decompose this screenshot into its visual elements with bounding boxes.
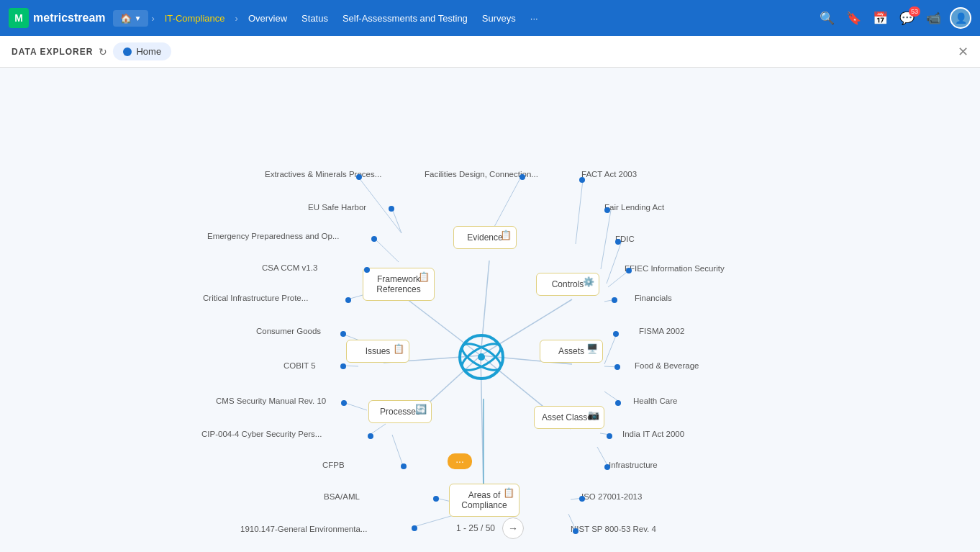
leaf-1910[interactable]: 1910.147-General Environmenta...: [240, 525, 367, 533]
top-navigation: M metricstream 🏠 ▼ › IT-Compliance › Ove…: [0, 0, 980, 36]
leaf-bsa-aml[interactable]: BSA/AML: [324, 492, 360, 501]
svg-line-22: [576, 180, 583, 244]
home-icon: 🏠: [120, 13, 132, 24]
framework-icon: 📋: [418, 271, 430, 282]
leaf-cobit-dot: [340, 363, 346, 369]
leaf-facilities-dot: [520, 174, 525, 180]
bookmark-button[interactable]: 🔖: [843, 8, 864, 29]
svg-line-23: [601, 210, 611, 269]
subheader: DATA EXPLORER ↻ Home ✕: [0, 36, 980, 68]
graph-lines: [0, 68, 980, 552]
leaf-infrastructure[interactable]: Infrastructure: [609, 461, 658, 469]
leaf-fact-act[interactable]: FACT Act 2003: [581, 170, 637, 178]
svg-line-24: [607, 241, 622, 284]
breadcrumb-it-compliance[interactable]: IT-Compliance: [158, 10, 232, 27]
leaf-ffiec[interactable]: FFIEC Information Security: [625, 264, 725, 273]
pagination: 1 - 25 / 50 →: [456, 517, 524, 539]
evidence-icon: 📋: [500, 230, 512, 240]
nav-more[interactable]: ···: [523, 10, 545, 27]
calendar-button[interactable]: 📅: [870, 8, 891, 29]
leaf-food-dot: [614, 364, 620, 370]
leaf-consumer-goods[interactable]: Consumer Goods: [256, 327, 321, 335]
svg-line-31: [597, 447, 608, 466]
leaf-fisma[interactable]: FISMA 2002: [639, 327, 684, 335]
nav-self-assessments[interactable]: Self-Assessments and Testing: [335, 10, 475, 27]
processes-node[interactable]: 🔄 Processes: [368, 400, 432, 423]
leaf-fdic-dot: [615, 239, 621, 245]
leaf-bsa-aml-dot: [433, 496, 439, 502]
leaf-cfpb[interactable]: CFPB: [322, 461, 345, 469]
leaf-fair-lending-dot: [604, 207, 610, 213]
leaf-csa[interactable]: CSA CCM v1.3: [262, 263, 317, 272]
issues-icon: 📋: [393, 343, 404, 354]
leaf-iso[interactable]: ISO 27001-2013: [581, 492, 642, 501]
leaf-cms-dot: [341, 400, 347, 406]
leaf-csa-dot: [364, 267, 370, 273]
close-button[interactable]: ✕: [958, 44, 968, 60]
leaf-extractives[interactable]: Extractives & Minerals Proces...: [265, 170, 381, 178]
search-button[interactable]: 🔍: [817, 8, 838, 29]
leaf-cip-dot: [368, 433, 373, 439]
nav-status[interactable]: Status: [294, 10, 335, 27]
leaf-health-care[interactable]: Health Care: [633, 397, 677, 405]
home-button[interactable]: 🏠 ▼: [113, 10, 149, 27]
leaf-india-it[interactable]: India IT Act 2000: [622, 430, 684, 438]
framework-node[interactable]: 📋 FrameworkReferences: [363, 268, 435, 301]
leaf-fair-lending[interactable]: Fair Lending Act: [604, 203, 664, 212]
home-dropdown-icon: ▼: [135, 14, 142, 22]
avatar-button[interactable]: 👤: [950, 7, 971, 29]
processes-icon: 🔄: [415, 404, 427, 415]
leaf-extractives-dot: [356, 174, 362, 180]
leaf-nist[interactable]: NIST SP 800-53 Rev. 4: [571, 525, 656, 533]
nav-icons-group: 🔍 🔖 📅 💬 53 📹 👤: [817, 7, 971, 29]
nav-overview[interactable]: Overview: [241, 10, 294, 27]
leaf-iso-dot: [579, 496, 585, 502]
chat-button[interactable]: 💬 53: [897, 8, 917, 29]
more-button[interactable]: ···: [448, 453, 472, 469]
nav-surveys[interactable]: Surveys: [475, 10, 523, 27]
leaf-consumer-goods-dot: [340, 331, 346, 337]
center-icon: [457, 332, 506, 381]
video-button[interactable]: 📹: [923, 8, 944, 29]
refresh-icon[interactable]: ↻: [99, 46, 107, 58]
leaf-food[interactable]: Food & Beverage: [635, 361, 699, 370]
svg-line-11: [374, 238, 399, 262]
home-item[interactable]: Home: [113, 42, 171, 60]
leaf-ffiec-dot: [626, 268, 632, 273]
leaf-nist-dot: [573, 528, 579, 534]
brand-icon: M: [9, 8, 29, 28]
chat-badge: 53: [909, 6, 920, 17]
leaf-financials[interactable]: Financials: [635, 294, 672, 302]
assets-icon: 🖥️: [586, 343, 598, 354]
svg-line-10: [392, 209, 401, 233]
issues-node[interactable]: 📋 Issues: [346, 340, 409, 363]
leaf-cms[interactable]: CMS Security Manual Rev. 10: [216, 397, 326, 405]
subheader-left: DATA EXPLORER ↻ Home: [12, 42, 171, 60]
svg-point-37: [478, 353, 485, 361]
leaf-1910-dot: [412, 525, 417, 531]
svg-line-27: [604, 334, 617, 364]
assets-node[interactable]: 🖥️ Assets: [540, 340, 603, 363]
leaf-financials-dot: [612, 297, 617, 303]
next-page-button[interactable]: →: [502, 517, 524, 539]
leaf-india-it-dot: [607, 433, 612, 439]
areas-node[interactable]: 📋 Areas ofCompliance: [449, 484, 520, 517]
leaf-eu-safe-harbor[interactable]: EU Safe Harbor: [308, 203, 366, 212]
leaf-critical-infra[interactable]: Critical Infrastructure Prote...: [203, 294, 308, 302]
home-dot-icon: [123, 47, 132, 56]
breadcrumb-separator: ›: [151, 13, 154, 24]
leaf-emergency[interactable]: Emergency Preparedness and Op...: [207, 232, 339, 240]
leaf-eu-safe-harbor-dot: [389, 206, 394, 212]
leaf-cip[interactable]: CIP-004-4 Cyber Security Pers...: [201, 430, 322, 438]
brand-logo: M metricstream: [9, 8, 106, 28]
brand-name: metricstream: [33, 12, 106, 24]
controls-node[interactable]: ⚙️ Controls: [536, 273, 599, 296]
evidence-node[interactable]: 📋 Evidence: [453, 226, 517, 249]
asset-classes-node[interactable]: 📷 Asset Classes: [534, 406, 604, 429]
pagination-text: 1 - 25 / 50: [456, 523, 495, 533]
leaf-cfpb-dot: [401, 463, 407, 469]
home-label: Home: [136, 46, 161, 57]
leaf-cobit[interactable]: COBIT 5: [283, 361, 316, 370]
leaf-critical-infra-dot: [345, 297, 351, 303]
leaf-infrastructure-dot: [604, 464, 610, 470]
